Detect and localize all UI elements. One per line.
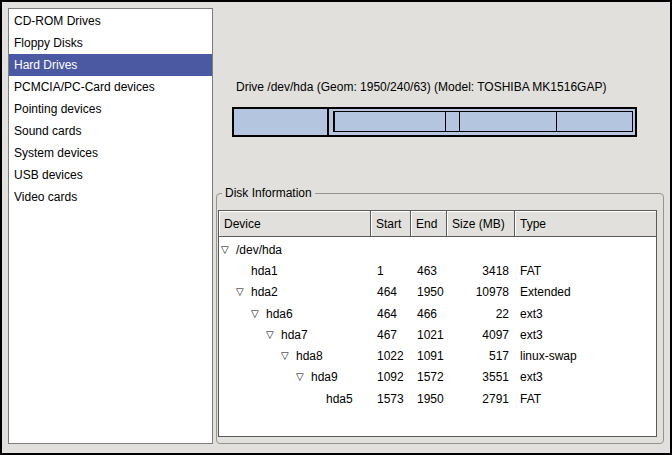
device-cell: ▽hda6 [219, 303, 371, 324]
sidebar-item-system-devices[interactable]: System devices [9, 142, 212, 164]
column-header-type[interactable]: Type [515, 211, 656, 237]
column-header-end[interactable]: End [411, 211, 447, 237]
device-cell: ▽hda8 [219, 345, 371, 366]
expander-icon[interactable]: ▽ [296, 372, 304, 382]
type-cell: FAT [515, 264, 656, 278]
type-cell: ext3 [515, 370, 656, 384]
start-cell: 464 [371, 307, 411, 321]
start-cell: 1022 [371, 349, 411, 363]
size-cell: 517 [447, 349, 515, 363]
device-name-label: hda5 [326, 392, 353, 406]
device-name-label: hda2 [251, 285, 278, 299]
end-cell: 463 [411, 264, 447, 278]
table-row-hda7[interactable]: ▽hda746710214097ext3 [219, 324, 656, 345]
end-cell: 1950 [411, 392, 447, 406]
expander-icon[interactable]: ▽ [221, 245, 229, 255]
table-row-hda5[interactable]: hda5157319502791FAT [219, 388, 656, 409]
sidebar-item-pcmcia-pc-card-devices[interactable]: PCMCIA/PC-Card devices [9, 76, 212, 98]
disk-information-title: Disk Information [222, 186, 315, 200]
device-cell: ▽/dev/hda [219, 239, 371, 260]
drive-info-label: Drive /dev/hda (Geom: 1950/240/63) (Mode… [236, 80, 606, 94]
type-cell: ext3 [515, 328, 656, 342]
device-category-list: CD-ROM DrivesFloppy DisksHard DrivesPCMC… [8, 8, 213, 444]
disk-information-table: DeviceStartEndSize (MB)Type ▽/dev/hdahda… [218, 210, 657, 437]
table-header-row: DeviceStartEndSize (MB)Type [219, 211, 656, 237]
partition-segment-hda8 [446, 112, 460, 131]
type-cell: linux-swap [515, 349, 656, 363]
disk-information-group: Disk Information DeviceStartEndSize (MB)… [216, 193, 664, 444]
sidebar-item-floppy-disks[interactable]: Floppy Disks [9, 32, 212, 54]
start-cell: 1 [371, 264, 411, 278]
expander-icon[interactable]: ▽ [266, 330, 274, 340]
hardware-browser-window: CD-ROM DrivesFloppy DisksHard DrivesPCMC… [0, 0, 672, 455]
size-cell: 3551 [447, 370, 515, 384]
table-body: ▽/dev/hdahda114633418FAT▽hda246419501097… [219, 237, 656, 409]
end-cell: 1091 [411, 349, 447, 363]
partition-segment-hda7 [335, 112, 446, 131]
device-name-label: hda7 [281, 328, 308, 342]
device-name-label: hda9 [311, 370, 338, 384]
partition-bar [232, 107, 637, 137]
start-cell: 467 [371, 328, 411, 342]
device-cell: ▽hda9 [219, 367, 371, 388]
start-cell: 1573 [371, 392, 411, 406]
end-cell: 1021 [411, 328, 447, 342]
expander-icon[interactable]: ▽ [236, 287, 244, 297]
size-cell: 4097 [447, 328, 515, 342]
type-cell: Extended [515, 285, 656, 299]
device-name-label: /dev/hda [236, 243, 282, 257]
size-cell: 2791 [447, 392, 515, 406]
table-row-hda2[interactable]: ▽hda2464195010978Extended [219, 282, 656, 303]
size-cell: 10978 [447, 285, 515, 299]
partition-segment-hda5 [557, 112, 633, 131]
device-cell: hda1 [219, 260, 371, 281]
size-cell: 3418 [447, 264, 515, 278]
end-cell: 1572 [411, 370, 447, 384]
sidebar-item-pointing-devices[interactable]: Pointing devices [9, 98, 212, 120]
sidebar-item-hard-drives[interactable]: Hard Drives [9, 54, 212, 76]
table-row-hda9[interactable]: ▽hda9109215723551ext3 [219, 367, 656, 388]
device-name-label: hda8 [296, 349, 323, 363]
size-cell: 22 [447, 307, 515, 321]
device-name-label: hda1 [251, 264, 278, 278]
device-cell: ▽hda2 [219, 282, 371, 303]
sidebar-item-sound-cards[interactable]: Sound cards [9, 120, 212, 142]
device-cell: ▽hda7 [219, 324, 371, 345]
sidebar-item-usb-devices[interactable]: USB devices [9, 164, 212, 186]
column-header-start[interactable]: Start [371, 211, 411, 237]
sidebar-item-video-cards[interactable]: Video cards [9, 186, 212, 208]
device-cell: hda5 [219, 388, 371, 409]
type-cell: ext3 [515, 307, 656, 321]
table-row-dev-hda[interactable]: ▽/dev/hda [219, 239, 656, 260]
table-row-hda8[interactable]: ▽hda810221091517linux-swap [219, 345, 656, 366]
column-header-device[interactable]: Device [219, 211, 371, 237]
end-cell: 466 [411, 307, 447, 321]
type-cell: FAT [515, 392, 656, 406]
start-cell: 464 [371, 285, 411, 299]
column-header-size-mb[interactable]: Size (MB) [447, 211, 515, 237]
partition-extended-box [333, 111, 633, 132]
partition-segment-hda9 [460, 112, 556, 131]
sidebar-item-cd-rom-drives[interactable]: CD-ROM Drives [9, 10, 212, 32]
start-cell: 1092 [371, 370, 411, 384]
partition-segment-primary [234, 109, 329, 135]
device-name-label: hda6 [266, 307, 293, 321]
end-cell: 1950 [411, 285, 447, 299]
expander-icon[interactable]: ▽ [281, 351, 289, 361]
table-row-hda6[interactable]: ▽hda646446622ext3 [219, 303, 656, 324]
expander-icon[interactable]: ▽ [251, 309, 259, 319]
table-row-hda1[interactable]: hda114633418FAT [219, 260, 656, 281]
